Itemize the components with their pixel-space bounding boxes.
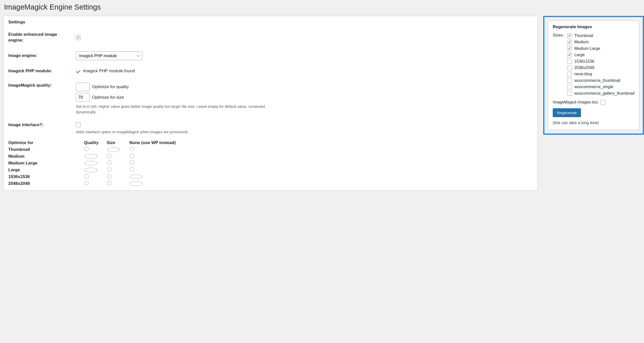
optimize-quality-input[interactable] — [76, 83, 90, 91]
interlace-checkbox[interactable] — [76, 122, 81, 127]
optimize-radio-size[interactable] — [107, 174, 111, 178]
optimize-radio-size[interactable] — [107, 181, 111, 185]
size-checkbox[interactable] — [567, 33, 572, 38]
optimize-table: Optimize for Quality Size None (use WP i… — [8, 140, 533, 187]
optimize-row-name: Medium Large — [8, 161, 84, 166]
optimize-radio-quality[interactable] — [84, 168, 97, 172]
optimize-header-size: Size — [107, 140, 129, 145]
optimize-radio-quality[interactable] — [84, 161, 97, 165]
optimize-radio-none[interactable] — [130, 181, 142, 186]
optimize-row: 1536x1536 — [8, 173, 533, 180]
size-item: Thumbnail — [567, 33, 634, 39]
optimize-size-input[interactable] — [76, 93, 90, 102]
php-module-label: Imagick PHP module: — [8, 68, 76, 74]
optimize-radio-none[interactable] — [130, 147, 134, 151]
interlace-label: Image interlace?: — [8, 122, 76, 128]
size-label: Medium Large — [574, 46, 600, 51]
settings-box-title: Settings — [4, 16, 537, 28]
enable-engine-checkbox[interactable] — [76, 35, 81, 40]
check-icon — [76, 70, 80, 73]
interlace-description: Adds interlace option to ImageMagick whe… — [76, 129, 283, 135]
optimize-row-name: 2048x2048 — [8, 181, 84, 186]
optimize-row: Medium Large — [8, 160, 533, 166]
size-label: 1536x1536 — [574, 59, 594, 64]
optimize-row: Large — [8, 166, 533, 173]
size-item: 1536x1536 — [567, 59, 634, 64]
optimize-header-name: Optimize for — [8, 140, 84, 145]
size-item: Large — [567, 52, 634, 58]
optimize-row: 2048x2048 — [8, 180, 533, 187]
page-title: ImageMagick Engine Settings — [4, 3, 644, 11]
optimize-radio-none[interactable] — [130, 167, 134, 172]
size-item: woocommerce_gallery_thumbnail — [567, 91, 634, 96]
optimize-radio-quality[interactable] — [84, 154, 97, 159]
regenerate-title: Regenerate Images — [553, 24, 634, 29]
size-item: Medium — [567, 39, 634, 45]
size-label: Medium — [574, 39, 589, 45]
size-checkbox[interactable] — [567, 59, 572, 64]
size-checkbox[interactable] — [567, 91, 572, 96]
optimize-radio-none[interactable] — [130, 160, 134, 165]
quality-label: ImageMagick quality: — [8, 83, 76, 88]
size-checkbox[interactable] — [567, 46, 572, 51]
size-checkbox[interactable] — [567, 72, 572, 77]
optimize-radio-none[interactable] — [130, 154, 134, 158]
size-item: woocommerce_single — [567, 84, 634, 90]
optimize-radio-size[interactable] — [107, 154, 111, 158]
optimize-radio-size[interactable] — [107, 167, 111, 172]
optimize-row: Medium — [8, 153, 533, 160]
optimize-row-name: Medium — [8, 154, 84, 159]
size-label: Thumbnail — [574, 33, 593, 39]
size-label: woocommerce_gallery_thumbnail — [574, 91, 634, 96]
php-module-status: Imagick PHP module found — [83, 68, 135, 73]
optimize-header-quality: Quality — [84, 140, 107, 145]
optimize-row-name: Thumbnail — [8, 147, 84, 152]
enable-engine-label: Enable enhanced image engine: — [8, 32, 76, 43]
size-item: woocommerce_thumbnail — [567, 78, 634, 83]
regenerate-note: (this can take a long time) — [553, 121, 634, 125]
size-label: Large — [574, 52, 585, 58]
quality-description: Set to 0-100. Higher value gives better … — [76, 104, 283, 115]
optimize-radio-size[interactable] — [107, 147, 120, 152]
optimize-header-none: None (use WP instead) — [129, 140, 187, 145]
optimize-row-name: 1536x1536 — [8, 174, 84, 179]
sizes-label: Sizes: — [553, 33, 567, 38]
image-engine-select[interactable]: Imagick PHP module — [76, 51, 142, 60]
optimize-row-name: Large — [8, 167, 84, 173]
images-too-label: ImageMagick images too: — [553, 100, 599, 105]
regenerate-box: Regenerate Images Sizes: ThumbnailMedium… — [548, 21, 639, 130]
size-item: 2048x2048 — [567, 65, 634, 71]
optimize-radio-quality[interactable] — [84, 181, 89, 185]
size-label: neve-blog — [574, 71, 592, 77]
size-label: 2048x2048 — [574, 65, 594, 71]
size-item: neve-blog — [567, 71, 634, 77]
images-too-checkbox[interactable] — [601, 100, 605, 105]
settings-box: Settings Enable enhanced image engine: I… — [4, 16, 538, 191]
size-checkbox[interactable] — [567, 65, 572, 70]
regenerate-highlight: Regenerate Images Sizes: ThumbnailMedium… — [543, 16, 644, 135]
size-checkbox[interactable] — [567, 78, 572, 83]
optimize-radio-size[interactable] — [107, 160, 111, 165]
size-label: woocommerce_thumbnail — [574, 78, 620, 83]
optimize-size-label: Optimize for size — [92, 95, 124, 100]
optimize-radio-quality[interactable] — [84, 174, 89, 178]
optimize-quality-label: Optimize for quality — [92, 84, 129, 89]
size-item: Medium Large — [567, 46, 634, 51]
regenerate-button[interactable]: Regenerate — [553, 108, 581, 117]
size-label: woocommerce_single — [574, 84, 613, 90]
optimize-radio-quality[interactable] — [84, 147, 89, 151]
optimize-row: Thumbnail — [8, 146, 533, 153]
size-checkbox[interactable] — [567, 85, 572, 89]
size-checkbox[interactable] — [567, 53, 572, 57]
optimize-radio-none[interactable] — [130, 175, 142, 179]
image-engine-label: Image engine: — [8, 53, 76, 59]
size-checkbox[interactable] — [567, 40, 572, 45]
